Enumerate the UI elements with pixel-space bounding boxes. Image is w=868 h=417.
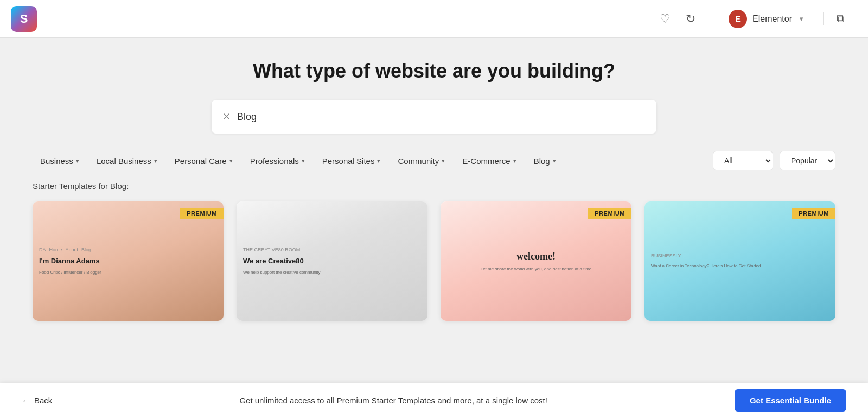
main-content: What type of website are you building? ✕… — [0, 38, 868, 321]
elementor-label: Elementor — [752, 14, 792, 24]
category-community[interactable]: Community ▾ — [390, 152, 452, 170]
category-personal-sites[interactable]: Personal Sites ▾ — [315, 152, 388, 170]
template-card[interactable]: welcome! Let me share the world with you… — [441, 201, 631, 321]
mock-headline: We are Creative80 — [243, 257, 421, 266]
mock-sub: We help support the creative community — [243, 269, 421, 275]
sort-filter-select[interactable]: Popular Newest Oldest — [780, 151, 835, 170]
templates-grid: DAHomeAboutBlog I'm Dianna Adams Food Cr… — [33, 201, 835, 321]
mock-nav: THE CREATIVE80 ROOM — [243, 247, 421, 252]
template-card[interactable]: DAHomeAboutBlog I'm Dianna Adams Food Cr… — [33, 201, 224, 321]
mock-sub: Food Critic / Influencer / Blogger — [39, 269, 217, 275]
search-clear-button[interactable]: ✕ — [222, 111, 231, 123]
chevron-down-icon: ▾ — [377, 157, 380, 165]
mock-nav: DAHomeAboutBlog — [39, 247, 217, 252]
bottom-bar: ← Back Get unlimited access to all Premi… — [0, 383, 868, 417]
page-title: What type of website are you building? — [33, 60, 835, 83]
mock-headline: welcome! — [447, 250, 625, 263]
chevron-down-icon: ▾ — [302, 157, 305, 165]
elementor-selector[interactable]: E Elementor ▾ — [713, 10, 819, 28]
mock-nav: BUSINESSLY — [651, 253, 829, 258]
mock-headline: I'm Dianna Adams — [39, 257, 217, 266]
premium-badge: PREMIUM — [792, 208, 835, 219]
back-button[interactable]: ← Back — [22, 396, 52, 405]
category-professionals[interactable]: Professionals ▾ — [242, 152, 312, 170]
arrow-left-icon: ← — [22, 396, 30, 405]
category-business[interactable]: Business ▾ — [33, 152, 87, 170]
premium-badge: PREMIUM — [588, 208, 631, 219]
elementor-logo: E — [729, 10, 747, 28]
refresh-button[interactable]: ↻ — [686, 12, 695, 26]
category-local-business[interactable]: Local Business ▾ — [89, 152, 165, 170]
type-filter-select[interactable]: All Free Premium — [713, 151, 773, 170]
chevron-down-icon: ▾ — [229, 157, 233, 165]
template-thumbnail: welcome! Let me share the world with you… — [441, 201, 631, 321]
template-thumbnail: BUSINESSLY Want a Career in Technology? … — [644, 201, 835, 321]
topbar-action-icons: ♡ ↻ — [642, 12, 713, 26]
chevron-down-icon: ▾ — [513, 157, 516, 165]
chevron-down-icon: ▾ — [154, 157, 157, 165]
heart-icon: ♡ — [660, 12, 671, 26]
favorites-button[interactable]: ♡ — [660, 12, 671, 26]
mock-sub: Let me share the world with you, one des… — [447, 266, 625, 272]
elementor-chevron-icon: ▾ — [800, 15, 803, 23]
get-essential-bundle-button[interactable]: Get Essential Bundle — [735, 389, 846, 412]
mock-sub: Want a Career in Technology? Here's How … — [651, 263, 829, 269]
template-card[interactable]: THE CREATIVE80 ROOM We are Creative80 We… — [237, 201, 427, 321]
search-container: ✕ — [212, 100, 656, 134]
search-input[interactable] — [237, 111, 646, 123]
template-card[interactable]: BUSINESSLY Want a Career in Technology? … — [644, 201, 835, 321]
template-thumbnail: THE CREATIVE80 ROOM We are Creative80 We… — [237, 201, 427, 321]
category-nav: Business ▾ Local Business ▾ Personal Car… — [33, 151, 835, 181]
category-ecommerce[interactable]: E-Commerce ▾ — [455, 152, 524, 170]
refresh-icon: ↻ — [686, 12, 695, 26]
bottom-message: Get unlimited access to all Premium Star… — [52, 396, 735, 405]
filter-group: All Free Premium Popular Newest Oldest — [713, 151, 835, 170]
topbar: S ♡ ↻ E Elementor ▾ ⧉ — [0, 0, 868, 38]
section-label: Starter Templates for Blog: — [33, 181, 835, 191]
premium-badge: PREMIUM — [180, 208, 224, 219]
category-personal-care[interactable]: Personal Care ▾ — [167, 152, 240, 170]
template-thumbnail: DAHomeAboutBlog I'm Dianna Adams Food Cr… — [33, 201, 224, 321]
category-blog[interactable]: Blog ▾ — [526, 152, 564, 170]
external-link-button[interactable]: ⧉ — [823, 12, 857, 25]
chevron-down-icon: ▾ — [442, 157, 445, 165]
external-icon: ⧉ — [837, 12, 844, 24]
chevron-down-icon: ▾ — [76, 157, 79, 165]
app-logo: S — [11, 6, 37, 32]
chevron-down-icon: ▾ — [553, 157, 556, 165]
